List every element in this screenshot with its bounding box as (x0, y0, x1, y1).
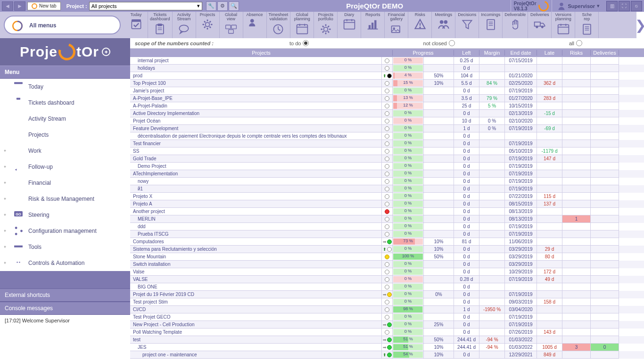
project-row[interactable]: Test Projet GECO0 %0 d07/19/2019 (130, 313, 644, 321)
project-row[interactable]: Test project Stim0 %0 d09/03/2019158 d (130, 298, 644, 306)
expander-icon[interactable]: + (4, 261, 8, 265)
project-name[interactable]: prod (130, 72, 382, 80)
user-menu[interactable]: Supervisor ▾ (554, 0, 603, 12)
project-row[interactable]: Jamie's project0 %0 d07/19/2019 (130, 87, 644, 95)
project-row[interactable]: internal project0 %0.25 d07/15/2019 (130, 57, 644, 65)
tool-sched[interactable]: Scherep (575, 12, 599, 38)
project-row[interactable]: CI/CD98 %1 d-1950 %03/04/2020 (130, 306, 644, 313)
gear-icon[interactable]: ⚙ (217, 1, 228, 11)
logout-icon[interactable]: ⎋ (631, 1, 642, 11)
project-row[interactable]: Another project0 %0 d08/13/2019 (130, 208, 644, 215)
project-name[interactable]: A-Projet-Paladin (130, 102, 382, 110)
tool-diary[interactable]: Diary (338, 12, 361, 38)
project-row[interactable]: Switch installation0 %0 d03/29/2019 (130, 261, 644, 268)
project-row[interactable]: test➡51 %50%244.41 d-94 %01/03/2022 (130, 336, 644, 344)
project-row[interactable]: décentralisation de paiement Electroniqu… (130, 132, 644, 140)
expander-icon[interactable]: + (4, 197, 8, 201)
project-name[interactable]: Demo Project (130, 163, 382, 170)
project-row[interactable]: VALSE0 %0.28 d07/19/201949 d (130, 276, 644, 283)
wrench-icon[interactable]: 🔧 (206, 1, 216, 11)
toolstrip-scroll-right[interactable]: ❯ (636, 12, 644, 38)
project-row[interactable]: holidays0 %0 d (130, 65, 644, 72)
project-name[interactable]: project one - maintenance (130, 351, 382, 359)
project-row[interactable]: ATechImplementation0 %0 d07/19/2019 (130, 170, 644, 178)
tool-absence[interactable]: Absence (243, 12, 267, 38)
project-name[interactable]: CI/CD (130, 306, 382, 313)
menu-steering[interactable]: +Steering (0, 207, 130, 223)
tool-globalplan[interactable]: Globalplanning (290, 12, 314, 38)
project-name[interactable]: A-Projet-Base_IPE (130, 95, 382, 102)
col-progress[interactable]: Progress (393, 50, 454, 56)
col-late[interactable]: Late (537, 50, 562, 56)
menu-configuration-management[interactable]: +Configuration management (0, 223, 130, 239)
project-row[interactable]: Sistema para Reclutamiento y selección⬆0… (130, 246, 644, 253)
tool-today[interactable]: Today (124, 12, 148, 38)
menu-controls-automation[interactable]: +Controls & Automation (0, 255, 130, 271)
project-name[interactable]: Poll Watching Template (130, 329, 382, 336)
project-row[interactable]: prod⬆4 %50%104 d01/21/2020 (130, 72, 644, 80)
tool-fingallery[interactable]: Financialgallery (385, 12, 408, 38)
project-row[interactable]: A-Projet-Paladin12 %25 d5 %10/15/2019 (130, 102, 644, 110)
expander-icon[interactable]: + (4, 213, 8, 217)
new-tab-button[interactable]: New tab (27, 2, 61, 10)
project-row[interactable]: Projeto X0 %0 d07/22/2019115 d (130, 193, 644, 200)
fullscreen-icon[interactable]: ⛶ (619, 1, 630, 11)
panel-toggle-icon[interactable]: ▥ (606, 1, 618, 11)
project-name[interactable]: MERLIN (130, 215, 382, 223)
project-row[interactable]: й10 %0 d07/19/2019 (130, 185, 644, 193)
menu-financial[interactable]: +Financial (0, 175, 130, 191)
tool-risks[interactable]: Risks (408, 12, 432, 38)
project-name[interactable]: Feature Development (130, 125, 382, 132)
project-row[interactable]: Poll Watching Template0 %0 d07/26/201914… (130, 329, 644, 336)
expander-icon[interactable]: + (4, 148, 8, 153)
tool-deliveries[interactable]: Deliveries (528, 12, 552, 38)
scope-to-do[interactable]: to do (289, 40, 309, 46)
project-row[interactable]: BIG ONE0 %0 d (130, 283, 644, 291)
tool-globalview[interactable]: Globalview (220, 12, 243, 38)
project-row[interactable]: Top Project 10015 %10%5.5 d84 %02/25/202… (130, 80, 644, 87)
project-row[interactable]: ddd0 %0 d07/19/2019 (130, 223, 644, 230)
project-name[interactable]: Prueba ITSCG (130, 230, 382, 238)
project-name[interactable]: Test project Stim (130, 298, 382, 306)
project-row[interactable]: New Project - Cell Production➡0 %25%0 d0… (130, 321, 644, 329)
project-name[interactable]: New Project - Cell Production (130, 321, 382, 329)
project-name[interactable]: Jamie's project (130, 87, 382, 95)
project-name[interactable]: ATechImplementation (130, 170, 382, 178)
project-name[interactable]: Switch installation (130, 261, 382, 268)
menu-today[interactable]: Today (0, 79, 130, 95)
project-row[interactable]: Prueba ITSCG0 %0 d07/19/2019 (130, 230, 644, 238)
project-name[interactable]: test (130, 336, 382, 344)
project-name[interactable]: Sistema para Reclutamiento y selección (130, 246, 382, 253)
project-row[interactable]: Valse0 %0 d10/29/2019172 d (130, 268, 644, 276)
scope-all[interactable]: all (569, 40, 582, 46)
col-projects[interactable]: Projects (130, 50, 393, 56)
menu-projects[interactable]: Projects (0, 127, 130, 143)
project-row[interactable]: Demo Project0 %0 d07/19/2019 (130, 163, 644, 170)
project-name[interactable]: Test financier (130, 140, 382, 148)
expander-icon[interactable]: + (4, 165, 8, 169)
project-row[interactable]: Gold Trade0 %0 d07/19/2019147 d (130, 155, 644, 163)
project-name[interactable]: Valse (130, 268, 382, 276)
project-name[interactable]: Projeto X (130, 193, 382, 200)
col-risks[interactable]: Risks (562, 50, 591, 56)
project-row[interactable]: JES➡51 %10%244.41 d-94 %01/03/20221005 d… (130, 344, 644, 351)
tool-incomings[interactable]: Incomings (479, 12, 503, 38)
expander-icon[interactable]: + (4, 181, 8, 185)
project-name[interactable]: Computadores (130, 238, 382, 246)
tool-versions[interactable]: Versionsplanning (552, 12, 575, 38)
project-row[interactable]: Stone Mountain100 %50%0 d03/29/201980 d (130, 253, 644, 261)
nav-forward[interactable]: ► (14, 1, 25, 11)
tool-meetings[interactable]: Meetings (432, 12, 455, 38)
project-row[interactable]: SS0 %0 d05/10/2019-1179 d (130, 148, 644, 155)
project-row[interactable]: Feature Development0 %1 d0 %07/19/2019-6… (130, 125, 644, 132)
shortcuts-header[interactable]: External shortcuts (0, 288, 130, 302)
project-name[interactable]: décentralisation de paiement Electroniqu… (130, 132, 382, 140)
project-name[interactable]: й1 (130, 185, 382, 193)
project-name[interactable]: JES (130, 344, 382, 351)
col-left[interactable]: Left (454, 50, 479, 56)
col-deliveries[interactable]: Deliveries (591, 50, 619, 56)
project-name[interactable]: Stone Mountain (130, 253, 382, 261)
project-name[interactable]: BIG ONE (130, 283, 382, 291)
all-menus-button[interactable]: All menus (4, 16, 121, 34)
col-end[interactable]: End date (505, 50, 537, 56)
